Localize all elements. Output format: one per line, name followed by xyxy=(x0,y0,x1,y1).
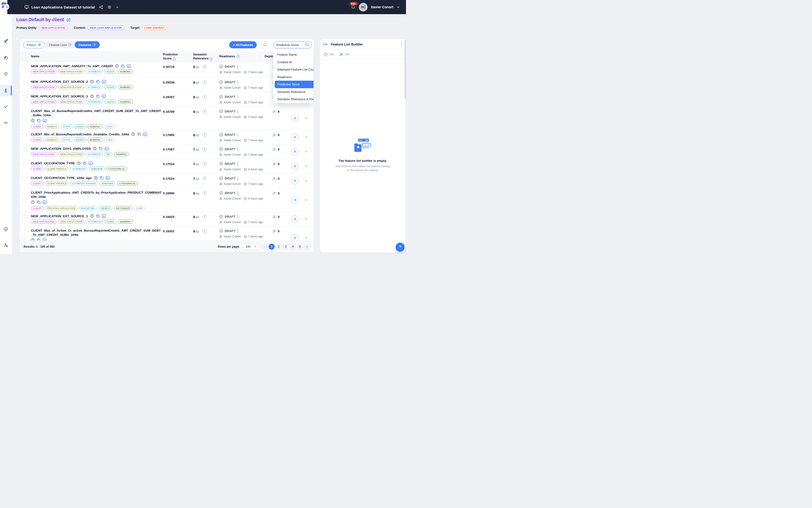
copy-icon[interactable] xyxy=(96,94,100,98)
table-row[interactable]: CLIENT_OCCUPATION_TYPE_104w_ago ID ID CL… xyxy=(20,174,314,188)
add-to-builder-button[interactable] xyxy=(291,197,299,204)
expand-row-chevron-icon[interactable] xyxy=(305,165,308,168)
row-checkbox[interactable] xyxy=(22,215,27,219)
sidebar-item-knowledge[interactable] xyxy=(0,52,12,64)
help-icon[interactable]: ? xyxy=(93,43,96,46)
row-kebab-icon[interactable] xyxy=(237,147,238,151)
rows-per-page-select[interactable]: 100 xyxy=(243,244,258,250)
add-to-builder-button[interactable] xyxy=(291,148,299,155)
feature-name[interactable]: NEW_APPLICATION_EXT_SOURCE_2 xyxy=(31,80,88,83)
row-kebab-icon[interactable] xyxy=(237,162,238,166)
feature-name[interactable]: NEW_APPLICATION_EXT_SOURCE_1 xyxy=(31,214,88,218)
share-icon[interactable] xyxy=(99,5,103,9)
feature-name[interactable]: CLIENT_PriorApplications_AMT_CREDITs_by_… xyxy=(31,190,162,199)
row-kebab-icon[interactable] xyxy=(237,65,238,69)
id-icon[interactable]: ID xyxy=(105,147,109,151)
row-kebab-icon[interactable] xyxy=(237,177,238,180)
feature-name[interactable]: CLIENT_OCCUPATION_TYPE xyxy=(31,162,75,165)
id-icon[interactable]: ID xyxy=(89,162,93,165)
expand-row-chevron-icon[interactable] xyxy=(305,150,308,153)
info-icon[interactable] xyxy=(31,200,35,204)
row-kebab-icon[interactable] xyxy=(237,95,238,98)
user-menu-chevron-down-icon[interactable] xyxy=(397,5,400,9)
relevance-help-icon[interactable]: ? xyxy=(202,147,207,152)
row-checkbox[interactable] xyxy=(22,65,27,69)
help-icon[interactable]: ? xyxy=(172,57,176,61)
expand-row-chevron-icon[interactable] xyxy=(305,117,308,120)
workspace-chevron-down-icon[interactable] xyxy=(116,6,119,9)
id-icon[interactable]: ID xyxy=(106,176,109,180)
copy-icon[interactable] xyxy=(137,132,141,136)
sort-menu-item[interactable]: Semantic Relevance xyxy=(273,88,314,96)
info-icon[interactable] xyxy=(115,64,119,68)
feature-name[interactable]: NEW_APPLICATION_EXT_SOURCE_3 xyxy=(31,94,88,98)
add-to-builder-button[interactable] xyxy=(291,163,299,170)
copy-icon[interactable] xyxy=(96,80,100,83)
column-name[interactable]: Name xyxy=(31,54,39,58)
edit-title-icon[interactable] xyxy=(66,18,71,22)
relevance-help-icon[interactable]: ? xyxy=(202,229,207,233)
copy-icon[interactable] xyxy=(100,176,103,180)
row-checkbox[interactable] xyxy=(22,236,27,240)
column-semantic-relevance[interactable]: Semantic Relevance? xyxy=(193,53,213,61)
row-checkbox[interactable] xyxy=(22,95,27,99)
info-icon[interactable] xyxy=(77,161,81,165)
copy-icon[interactable] xyxy=(121,64,125,68)
id-icon[interactable]: ID xyxy=(102,94,106,98)
relevance-help-icon[interactable]: ? xyxy=(202,191,207,195)
info-icon[interactable] xyxy=(90,214,94,218)
help-icon[interactable]: ? xyxy=(68,43,72,46)
sidebar-item-security[interactable] xyxy=(0,223,12,235)
info-icon[interactable] xyxy=(93,147,97,151)
row-checkbox[interactable] xyxy=(22,116,27,120)
relevance-help-icon[interactable]: ? xyxy=(202,65,207,69)
user-avatar[interactable]: XC xyxy=(359,3,368,11)
sidebar-item-feature-lab[interactable] xyxy=(0,85,12,96)
next-page-button[interactable]: › xyxy=(304,244,310,250)
sidebar-item-explore[interactable] xyxy=(0,36,12,47)
sidebar-item-user-search[interactable] xyxy=(0,239,12,251)
expand-row-chevron-icon[interactable] xyxy=(305,179,308,182)
sort-menu-item[interactable]: Created At xyxy=(273,58,314,66)
table-row[interactable]: CLIENT_Max_of_BureauReportedCredits_AMT_… xyxy=(20,107,314,130)
row-checkbox[interactable] xyxy=(22,133,27,137)
row-kebab-icon[interactable] xyxy=(237,229,238,233)
add-to-builder-button[interactable] xyxy=(291,177,299,184)
copy-icon[interactable] xyxy=(83,161,87,165)
info-icon[interactable] xyxy=(31,238,35,241)
relevance-help-icon[interactable]: ? xyxy=(202,80,207,84)
table-row[interactable]: NEW_APPLICATION_EXT_SOURCE_3 ID ID NEW A… xyxy=(20,92,314,107)
row-kebab-icon[interactable] xyxy=(237,80,238,84)
notifications-bell-icon[interactable]: 999+ xyxy=(351,5,356,9)
row-kebab-icon[interactable] xyxy=(237,133,238,136)
add-to-builder-button[interactable] xyxy=(291,133,299,140)
row-checkbox[interactable] xyxy=(22,147,27,152)
filters-button[interactable]: Filters xyxy=(23,41,45,48)
relevance-help-icon[interactable]: ? xyxy=(202,162,207,166)
page-button-5[interactable]: 5 xyxy=(297,244,303,250)
column-predictive-score[interactable]: Predictive Score? xyxy=(163,53,178,61)
table-row[interactable]: CLIENT_Max_of_Active_Cr_active_BureauRep… xyxy=(20,226,314,241)
row-checkbox[interactable] xyxy=(22,198,27,202)
info-icon[interactable] xyxy=(31,119,35,122)
column-deployed[interactable]: Deplo xyxy=(265,54,274,58)
sort-menu-item[interactable]: Predictive Score xyxy=(275,81,314,88)
table-row[interactable]: NEW_APPLICATION_DAYS_EMPLOYED ID ID NEW … xyxy=(20,144,314,159)
row-checkbox[interactable] xyxy=(22,162,27,166)
add-to-builder-button[interactable] xyxy=(291,234,299,241)
copy-icon[interactable] xyxy=(37,119,41,122)
row-kebab-icon[interactable] xyxy=(237,215,238,218)
sort-dropdown[interactable]: Predictive Score xyxy=(273,41,312,48)
page-button-1[interactable]: 1 xyxy=(269,244,275,250)
page-button-4[interactable]: 4 xyxy=(290,244,296,250)
info-icon[interactable] xyxy=(90,94,94,98)
tab-features[interactable]: Features? xyxy=(75,41,100,48)
info-icon[interactable] xyxy=(90,80,94,83)
search-button[interactable] xyxy=(261,41,269,49)
all-features-button[interactable]: + All Features xyxy=(229,41,257,48)
id-icon[interactable]: ID xyxy=(43,239,47,241)
expand-row-chevron-icon[interactable] xyxy=(305,135,308,139)
info-icon[interactable] xyxy=(131,132,135,136)
relevance-help-icon[interactable]: ? xyxy=(202,110,207,114)
settings-gear-icon[interactable] xyxy=(107,5,111,9)
